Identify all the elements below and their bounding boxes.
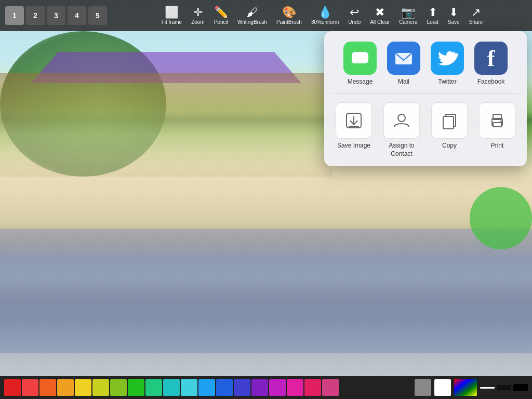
undo-label: Undo xyxy=(348,19,361,25)
uniform-icon: 💧 xyxy=(318,7,332,18)
share-actions-row: Save Image Assign to Contact Copy xyxy=(332,102,518,158)
share-apps-row: Message Mail Twitter f Facebook xyxy=(332,42,518,85)
color-swatch[interactable] xyxy=(4,379,21,396)
share-divider xyxy=(332,94,518,94)
uniform-label: 30%uniform xyxy=(311,19,339,25)
load-label: Load xyxy=(427,19,438,25)
tab-4[interactable]: 4 xyxy=(68,6,86,25)
color-palette xyxy=(0,376,532,399)
facebook-icon: f xyxy=(474,42,508,75)
tab-1[interactable]: 1 xyxy=(5,6,24,25)
share-action-save-image[interactable]: Save Image xyxy=(333,102,375,158)
fit-frame-icon: ⬜ xyxy=(165,7,179,18)
color-swatch[interactable] xyxy=(181,379,197,396)
tab-5[interactable]: 5 xyxy=(88,6,107,25)
camera-tool[interactable]: 📷 Camera xyxy=(399,7,418,25)
color-swatch[interactable] xyxy=(22,379,38,396)
all-clear-tool[interactable]: ✖ All Clear xyxy=(370,7,390,25)
pencil-icon: ✏️ xyxy=(214,7,228,18)
uniform-tool[interactable]: 💧 30%uniform xyxy=(311,7,339,25)
undo-tool[interactable]: ↩ Undo xyxy=(348,7,361,25)
brush-size-xlarge[interactable] xyxy=(513,384,528,391)
color-swatch[interactable] xyxy=(322,379,339,396)
paint-brush-tool[interactable]: 🎨 PaintBrush xyxy=(276,7,302,25)
tab-3[interactable]: 3 xyxy=(47,6,65,25)
palette-right xyxy=(415,379,528,396)
brush-size-small[interactable] xyxy=(480,387,495,389)
print-label: Print xyxy=(491,142,504,150)
share-message[interactable]: Message xyxy=(341,42,379,85)
mail-label: Mail xyxy=(398,78,409,85)
load-icon: ⬆ xyxy=(428,7,437,18)
svg-rect-0 xyxy=(352,52,368,63)
writing-brush-tool[interactable]: 🖌 WritingBrush xyxy=(237,7,267,25)
message-icon xyxy=(343,42,377,75)
brush-size-group xyxy=(480,384,528,391)
color-swatch[interactable] xyxy=(110,379,127,396)
all-clear-icon: ✖ xyxy=(375,7,384,18)
color-swatch[interactable] xyxy=(163,379,180,396)
right-tree-overlay xyxy=(470,187,532,249)
gray-swatch[interactable] xyxy=(415,379,431,396)
pencil-label: Pencil xyxy=(214,19,228,25)
svg-point-11 xyxy=(500,121,502,123)
zoom-tool[interactable]: ✛ Zoom xyxy=(191,7,205,25)
all-clear-label: All Clear xyxy=(370,19,390,25)
paint-brush-label: PaintBrush xyxy=(276,19,302,25)
color-swatch[interactable] xyxy=(287,379,303,396)
save-tool[interactable]: ⬇ Save xyxy=(448,7,460,25)
writing-brush-label: WritingBrush xyxy=(237,19,267,25)
save-icon: ⬇ xyxy=(449,7,458,18)
load-tool[interactable]: ⬆ Load xyxy=(427,7,438,25)
copy-label: Copy xyxy=(442,142,457,150)
share-action-print[interactable]: Print xyxy=(476,102,518,158)
paint-brush-icon: 🎨 xyxy=(282,7,296,18)
color-swatch[interactable] xyxy=(269,379,286,396)
share-label: Share xyxy=(469,19,483,25)
save-image-label: Save Image xyxy=(337,142,370,150)
pencil-tool[interactable]: ✏️ Pencil xyxy=(214,7,228,25)
color-swatch[interactable] xyxy=(216,379,233,396)
color-swatch[interactable] xyxy=(128,379,144,396)
tab-group: 1 2 3 4 5 xyxy=(5,6,107,25)
share-tool[interactable]: ↗ Share xyxy=(469,7,483,25)
color-swatch[interactable] xyxy=(145,379,162,396)
toolbar: 1 2 3 4 5 ⬜ Fit frame ✛ Zoom ✏️ Pencil 🖌… xyxy=(0,0,532,31)
color-swatch[interactable] xyxy=(57,379,74,396)
message-label: Message xyxy=(348,78,373,85)
color-swatch[interactable] xyxy=(198,379,215,396)
camera-label: Camera xyxy=(399,19,418,25)
fit-frame-label: Fit frame xyxy=(162,19,182,25)
share-action-assign-contact[interactable]: Assign to Contact xyxy=(381,102,422,158)
color-swatch[interactable] xyxy=(39,379,56,396)
facebook-label: Facebook xyxy=(477,78,505,85)
zoom-icon: ✛ xyxy=(193,7,203,18)
svg-point-5 xyxy=(398,114,405,122)
assign-contact-icon xyxy=(383,102,420,139)
color-picker-button[interactable] xyxy=(454,379,477,396)
tool-group: ⬜ Fit frame ✛ Zoom ✏️ Pencil 🖌 WritingBr… xyxy=(117,7,527,25)
color-swatch[interactable] xyxy=(234,379,250,396)
color-swatch[interactable] xyxy=(75,379,91,396)
svg-rect-7 xyxy=(443,116,454,129)
save-label: Save xyxy=(448,19,460,25)
color-swatch[interactable] xyxy=(304,379,321,396)
color-swatch[interactable] xyxy=(92,379,109,396)
building-overlay xyxy=(0,73,332,177)
share-mail[interactable]: Mail xyxy=(385,42,422,85)
color-swatch[interactable] xyxy=(251,379,268,396)
white-swatch[interactable] xyxy=(434,379,451,396)
share-action-copy[interactable]: Copy xyxy=(429,102,470,158)
water-overlay xyxy=(0,229,532,353)
fit-frame-tool[interactable]: ⬜ Fit frame xyxy=(162,7,182,25)
copy-icon xyxy=(431,102,468,139)
svg-rect-10 xyxy=(493,123,501,127)
brush-size-large[interactable] xyxy=(497,385,511,390)
undo-icon: ↩ xyxy=(350,7,359,18)
camera-icon: 📷 xyxy=(401,7,415,18)
zoom-label: Zoom xyxy=(191,19,205,25)
share-facebook[interactable]: f Facebook xyxy=(472,42,510,85)
tab-2[interactable]: 2 xyxy=(26,6,45,25)
share-popup: Message Mail Twitter f Facebook xyxy=(324,31,527,166)
share-twitter[interactable]: Twitter xyxy=(429,42,466,85)
